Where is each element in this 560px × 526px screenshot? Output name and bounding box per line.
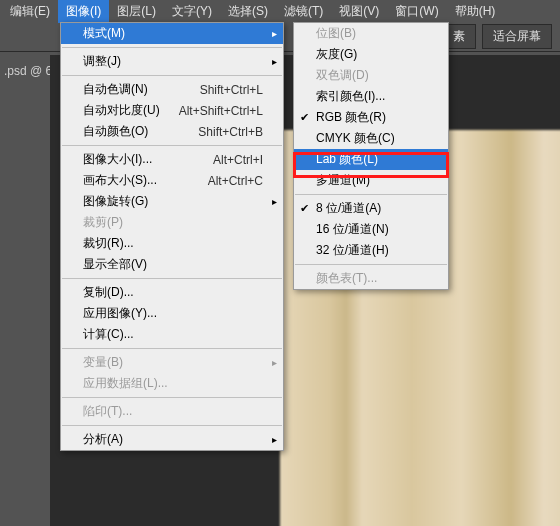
mi-calculations[interactable]: 计算(C)...	[61, 324, 283, 345]
mi-multichannel[interactable]: 多通道(M)	[294, 170, 448, 191]
separator	[62, 397, 282, 398]
check-icon: ✔	[300, 111, 309, 124]
mi-canvas-size[interactable]: 画布大小(S)...Alt+Ctrl+C	[61, 170, 283, 191]
mi-8bit[interactable]: ✔8 位/通道(A)	[294, 198, 448, 219]
mi-auto-tone[interactable]: 自动色调(N)Shift+Ctrl+L	[61, 79, 283, 100]
separator	[62, 75, 282, 76]
mi-duotone: 双色调(D)	[294, 65, 448, 86]
menu-view[interactable]: 视图(V)	[331, 0, 387, 23]
mi-image-size[interactable]: 图像大小(I)...Alt+Ctrl+I	[61, 149, 283, 170]
mi-bitmap: 位图(B)	[294, 23, 448, 44]
separator	[62, 145, 282, 146]
mi-lab-color[interactable]: Lab 颜色(L)	[294, 149, 448, 170]
menu-edit[interactable]: 编辑(E)	[2, 0, 58, 23]
menu-select[interactable]: 选择(S)	[220, 0, 276, 23]
separator	[295, 194, 447, 195]
mi-apply-image[interactable]: 应用图像(Y)...	[61, 303, 283, 324]
mi-crop: 裁剪(P)	[61, 212, 283, 233]
mi-16bit[interactable]: 16 位/通道(N)	[294, 219, 448, 240]
menu-window[interactable]: 窗口(W)	[387, 0, 446, 23]
menu-filter[interactable]: 滤镜(T)	[276, 0, 331, 23]
mi-32bit[interactable]: 32 位/通道(H)	[294, 240, 448, 261]
mi-adjustments[interactable]: 调整(J)	[61, 51, 283, 72]
mi-apply-dataset: 应用数据组(L)...	[61, 373, 283, 394]
mi-auto-color[interactable]: 自动颜色(O)Shift+Ctrl+B	[61, 121, 283, 142]
mi-auto-contrast[interactable]: 自动对比度(U)Alt+Shift+Ctrl+L	[61, 100, 283, 121]
mi-cmyk-color[interactable]: CMYK 颜色(C)	[294, 128, 448, 149]
check-icon: ✔	[300, 202, 309, 215]
separator	[62, 348, 282, 349]
separator	[295, 264, 447, 265]
mode-submenu: 位图(B) 灰度(G) 双色调(D) 索引颜色(I)... ✔RGB 颜色(R)…	[293, 22, 449, 290]
separator	[62, 47, 282, 48]
separator	[62, 425, 282, 426]
mi-trap: 陷印(T)...	[61, 401, 283, 422]
mi-image-rotation[interactable]: 图像旋转(G)	[61, 191, 283, 212]
mi-grayscale[interactable]: 灰度(G)	[294, 44, 448, 65]
separator	[62, 278, 282, 279]
mi-duplicate[interactable]: 复制(D)...	[61, 282, 283, 303]
mi-reveal-all[interactable]: 显示全部(V)	[61, 254, 283, 275]
menu-type[interactable]: 文字(Y)	[164, 0, 220, 23]
mi-indexed-color[interactable]: 索引颜色(I)...	[294, 86, 448, 107]
document-tab[interactable]: .psd @ 6	[0, 60, 56, 82]
menubar: 编辑(E) 图像(I) 图层(L) 文字(Y) 选择(S) 滤镜(T) 视图(V…	[0, 0, 560, 22]
menu-image[interactable]: 图像(I)	[58, 0, 109, 23]
mi-color-table: 颜色表(T)...	[294, 268, 448, 289]
menu-layer[interactable]: 图层(L)	[109, 0, 164, 23]
mi-trim[interactable]: 裁切(R)...	[61, 233, 283, 254]
mi-variables: 变量(B)	[61, 352, 283, 373]
mi-analysis[interactable]: 分析(A)	[61, 429, 283, 450]
toolbar-btn-fit-screen[interactable]: 适合屏幕	[482, 24, 552, 49]
menu-help[interactable]: 帮助(H)	[447, 0, 504, 23]
image-menu-dropdown: 模式(M) 调整(J) 自动色调(N)Shift+Ctrl+L 自动对比度(U)…	[60, 22, 284, 451]
mi-rgb-color[interactable]: ✔RGB 颜色(R)	[294, 107, 448, 128]
mi-mode[interactable]: 模式(M)	[61, 23, 283, 44]
